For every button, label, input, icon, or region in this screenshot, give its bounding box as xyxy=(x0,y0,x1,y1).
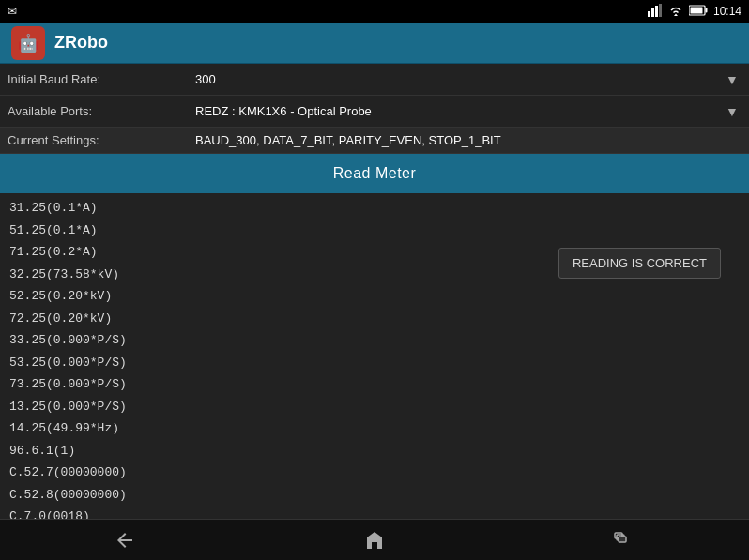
baud-rate-row: Initial Baud Rate: 300 ▼ xyxy=(0,64,749,96)
nav-bar xyxy=(0,519,749,560)
svg-rect-1 xyxy=(651,8,654,17)
home-button[interactable] xyxy=(346,523,403,557)
list-item: 13.25(0.000*P/S) xyxy=(0,396,749,418)
time-display: 10:14 xyxy=(713,5,741,18)
list-item: 31.25(0.1*A) xyxy=(0,197,749,219)
recent-apps-button[interactable] xyxy=(596,523,652,557)
current-settings-row: Current Settings: BAUD_300, DATA_7_BIT, … xyxy=(0,128,749,154)
current-settings-value: BAUD_300, DATA_7_BIT, PARITY_EVEN, STOP_… xyxy=(195,133,501,147)
svg-rect-6 xyxy=(690,7,702,13)
current-settings-label: Current Settings: xyxy=(8,133,195,147)
list-item: 14.25(49.99*Hz) xyxy=(0,417,749,440)
read-meter-button[interactable]: Read Meter xyxy=(0,154,749,193)
notification-icon: ✉ xyxy=(8,5,17,18)
list-item: C.52.7(00000000) xyxy=(0,462,749,484)
list-item: 73.25(0.000*P/S) xyxy=(0,373,749,396)
svg-rect-3 xyxy=(659,4,662,17)
svg-rect-2 xyxy=(655,6,658,17)
list-item: 96.6.1(1) xyxy=(0,440,749,462)
reading-correct-button[interactable]: READING IS CORRECT xyxy=(558,248,721,279)
baud-rate-dropdown-arrow[interactable]: ▼ xyxy=(723,70,741,89)
svg-rect-0 xyxy=(648,11,650,17)
signal-icon xyxy=(648,4,663,20)
app-title: ZRobo xyxy=(54,33,108,53)
list-item: 33.25(0.000*P/S) xyxy=(0,329,749,352)
status-bar: ✉ 10:14 xyxy=(0,0,749,23)
data-list: 31.25(0.1*A)51.25(0.1*A)71.25(0.2*A)32.2… xyxy=(0,193,749,540)
app-icon: 🤖 xyxy=(11,26,45,60)
list-item: 51.25(0.1*A) xyxy=(0,219,749,242)
wifi-icon xyxy=(668,5,683,19)
list-item: 53.25(0.000*P/S) xyxy=(0,352,749,374)
status-left: ✉ xyxy=(8,5,17,18)
list-item: C.52.8(00000000) xyxy=(0,484,749,507)
main-content: Initial Baud Rate: 300 ▼ Available Ports… xyxy=(0,64,749,540)
available-ports-label: Available Ports: xyxy=(8,104,195,118)
available-ports-row: Available Ports: REDZ : KMK1X6 - Optical… xyxy=(0,96,749,128)
list-item: 52.25(0.20*kV) xyxy=(0,285,749,308)
status-right: 10:14 xyxy=(648,4,741,20)
available-ports-dropdown-arrow[interactable]: ▼ xyxy=(723,102,741,121)
title-bar: 🤖 ZRobo xyxy=(0,23,749,64)
available-ports-value: REDZ : KMK1X6 - Optical Probe xyxy=(195,104,723,118)
baud-rate-value: 300 xyxy=(195,72,723,86)
baud-rate-label: Initial Baud Rate: xyxy=(8,72,195,86)
svg-rect-9 xyxy=(619,537,626,542)
back-button[interactable] xyxy=(97,523,153,557)
svg-rect-5 xyxy=(705,8,707,12)
list-item: 72.25(0.20*kV) xyxy=(0,308,749,330)
battery-icon xyxy=(689,5,708,19)
